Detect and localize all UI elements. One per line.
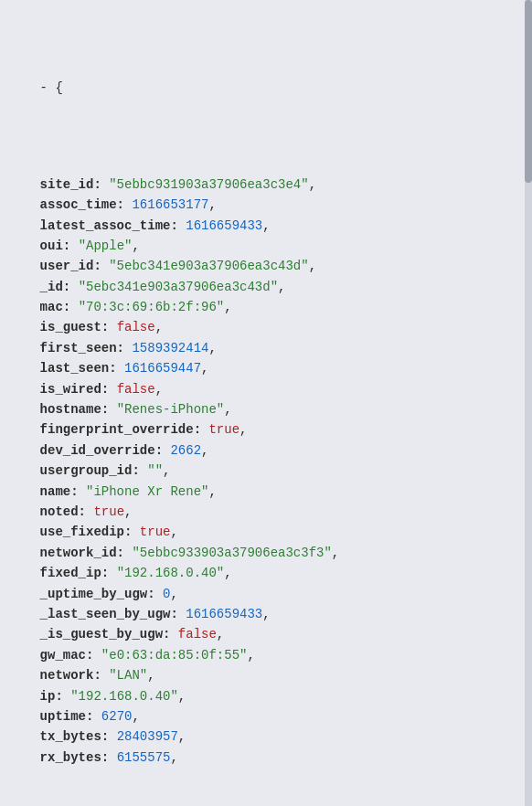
field-comma: , (309, 177, 316, 192)
field-line: usergroup_id: "", (0, 461, 523, 481)
field-line: rx_bytes: 6155575, (0, 748, 523, 768)
field-value: "5ebbc931903a37906ea3c3e4" (109, 177, 308, 192)
field-key: oui: (9, 239, 79, 253)
field-comma: , (132, 239, 139, 253)
field-line: mac: "70:3c:69:6b:2f:96", (0, 297, 523, 317)
field-key: latest_assoc_time: (9, 218, 186, 233)
field-value: 1589392414 (132, 341, 208, 355)
field-key: assoc_time: (9, 197, 132, 212)
field-line: ip: "192.168.0.40", (0, 686, 523, 706)
field-line: site_id: "5ebbc931903a37906ea3c3e4", (0, 175, 523, 195)
field-comma: , (170, 525, 177, 539)
field-key: network: (9, 668, 109, 683)
field-comma: , (170, 750, 177, 765)
field-comma: , (155, 320, 163, 334)
field-comma: , (178, 729, 186, 744)
field-line: _last_seen_by_ugw: 1616659433, (0, 604, 523, 624)
field-value: "Apple" (79, 239, 133, 253)
field-value: "5ebc341e903a37906ea3c43d" (109, 259, 308, 273)
field-key: use_fixedip: (9, 525, 140, 539)
field-comma: , (262, 218, 270, 233)
field-comma: , (247, 648, 254, 663)
field-line: name: "iPhone Xr Rene", (0, 482, 523, 502)
field-key: _last_seen_by_ugw: (9, 607, 186, 621)
field-key: hostname: (9, 402, 117, 417)
field-key: fingerprint_override: (9, 422, 208, 437)
field-line: dev_id_override: 2662, (0, 440, 523, 461)
field-line: network_id: "5ebbc933903a37906ea3c3f3", (0, 543, 523, 563)
field-comma: , (224, 402, 231, 417)
field-value: 1616659447 (124, 361, 201, 376)
field-key: gw_mac: (9, 648, 101, 663)
field-key: first_seen: (9, 341, 132, 355)
field-key: name: (9, 484, 86, 499)
field-line: fingerprint_override: true, (0, 419, 523, 440)
field-line: _uptime_by_ugw: 0, (0, 584, 523, 604)
field-key: fixed_ip: (9, 566, 117, 580)
field-value: true (140, 525, 171, 539)
field-key: tx_bytes: (9, 729, 117, 744)
field-comma: , (147, 668, 154, 683)
field-key: is_guest: (9, 320, 117, 334)
scrollbar[interactable] (525, 0, 532, 806)
field-key: ip: (9, 689, 70, 704)
field-key: _uptime_by_ugw: (9, 587, 163, 601)
field-value: "192.168.0.40" (117, 566, 225, 580)
field-comma: , (170, 587, 177, 601)
field-line: is_guest: false, (0, 317, 523, 337)
field-comma: , (309, 259, 316, 273)
field-comma: , (201, 361, 208, 376)
field-value: 2662 (170, 443, 201, 458)
scrollbar-thumb[interactable] (525, 0, 532, 183)
field-value: "192.168.0.40" (70, 689, 178, 704)
field-value: true (208, 422, 239, 437)
field-comma: , (124, 504, 132, 519)
field-value: "5ebc341e903a37906ea3c43d" (79, 280, 278, 294)
field-value: 1616659433 (186, 607, 262, 621)
field-comma: , (224, 300, 231, 314)
field-comma: , (217, 627, 224, 642)
field-value: "70:3c:69:6b:2f:96" (79, 300, 225, 314)
field-value: "e0:63:da:85:0f:55" (101, 648, 248, 663)
field-value: false (117, 320, 155, 334)
field-value: 6270 (101, 709, 133, 724)
field-line: user_id: "5ebc341e903a37906ea3c43d", (0, 256, 523, 276)
field-key: last_seen: (9, 361, 124, 376)
field-key: rx_bytes: (9, 750, 117, 765)
field-key: _is_guest_by_ugw: (9, 627, 178, 642)
field-value: 1616653177 (132, 197, 208, 212)
field-line: latest_assoc_time: 1616659433, (0, 216, 523, 236)
field-line: uptime: 6270, (0, 706, 523, 726)
field-comma: , (201, 443, 208, 458)
field-key: usergroup_id: (9, 463, 147, 478)
field-line: assoc_time: 1616653177, (0, 195, 523, 215)
opener-line: - { (0, 58, 523, 119)
field-comma: , (132, 709, 139, 724)
field-value: "Renes-iPhone" (117, 402, 225, 417)
field-key: _id: (9, 280, 79, 294)
field-key: is_wired: (9, 382, 117, 397)
field-comma: , (224, 566, 231, 580)
field-line: hostname: "Renes-iPhone", (0, 399, 523, 419)
field-value: 1616659433 (186, 218, 262, 233)
field-value: true (93, 504, 124, 519)
field-line: network: "LAN", (0, 665, 523, 685)
fields-container: site_id: "5ebbc931903a37906ea3c3e4", ass… (0, 146, 532, 775)
field-key: uptime: (9, 709, 101, 724)
field-comma: , (155, 382, 163, 397)
field-line: _id: "5ebc341e903a37906ea3c43d", (0, 277, 523, 297)
field-comma: , (239, 422, 247, 437)
field-line: is_wired: false, (0, 379, 523, 399)
field-line: noted: true, (0, 502, 523, 522)
field-comma: , (262, 607, 270, 621)
code-viewer: - { (0, 9, 532, 146)
field-value: 28403957 (117, 729, 178, 744)
field-line: gw_mac: "e0:63:da:85:0f:55", (0, 645, 523, 665)
field-value: 6155575 (117, 750, 171, 765)
field-key: user_id: (9, 259, 109, 273)
field-key: dev_id_override: (9, 443, 170, 458)
field-line: tx_bytes: 28403957, (0, 726, 523, 747)
field-comma: , (178, 689, 186, 704)
field-value: "5ebbc933903a37906ea3c3f3" (132, 546, 331, 560)
opener-punct: - { (40, 80, 63, 95)
